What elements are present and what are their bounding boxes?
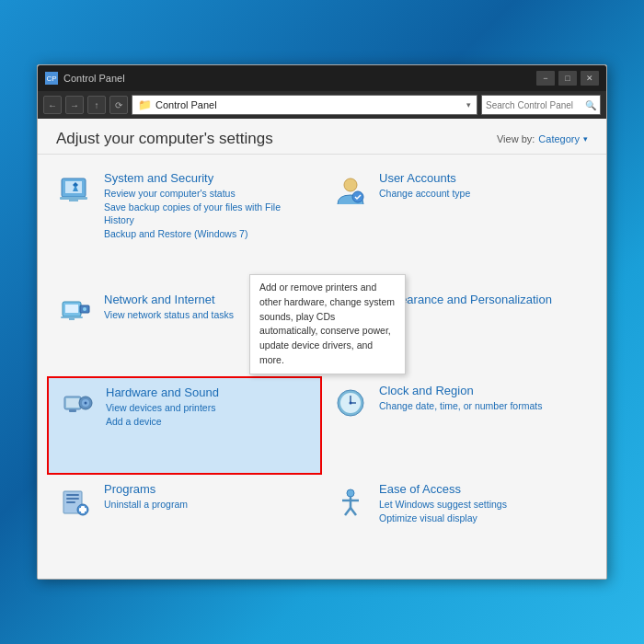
clock-region-icon [331, 384, 370, 422]
view-by-value[interactable]: Category [538, 133, 580, 144]
user-accounts-sub-link-0[interactable]: Change account type [379, 187, 588, 201]
tooltip-text: Add or remove printers and other hardwar… [259, 282, 395, 365]
search-box[interactable]: 🔍 [481, 95, 601, 115]
category-hardware-sound: Hardware and Sound View devices and prin… [47, 376, 322, 475]
hardware-sound-sub-link-0[interactable]: View devices and printers [106, 401, 311, 415]
programs-link[interactable]: Programs [104, 482, 313, 496]
search-icon: 🔍 [585, 100, 596, 110]
svg-point-27 [350, 402, 352, 405]
content-header: Adjust your computer's settings View by:… [38, 119, 606, 155]
programs-sub-link-0[interactable]: Uninstall a program [104, 498, 313, 512]
system-security-link[interactable]: System and Security [104, 171, 313, 185]
svg-rect-2 [60, 197, 87, 200]
title-bar: CP Control Panel − □ ✕ [38, 65, 606, 91]
system-security-sub-link-2[interactable]: Backup and Restore (Windows 7) [104, 227, 313, 241]
clock-region-text: Clock and Region Change date, time, or n… [379, 384, 588, 413]
svg-point-11 [83, 307, 86, 311]
category-ease-of-access: Ease of Access Let Windows suggest setti… [322, 475, 597, 569]
appearance-link[interactable]: Appearance and Personalization [379, 293, 588, 306]
svg-point-4 [344, 178, 357, 191]
category-clock-region: Clock and Region Change date, time, or n… [322, 376, 597, 475]
close-button[interactable]: ✕ [581, 71, 599, 86]
svg-rect-1 [65, 181, 82, 193]
appearance-text: Appearance and Personalization [379, 293, 588, 308]
network-internet-icon [56, 293, 95, 331]
svg-line-39 [351, 508, 356, 515]
svg-line-38 [345, 508, 351, 515]
svg-rect-30 [66, 498, 79, 500]
address-text: Control Panel [155, 99, 217, 110]
svg-rect-8 [61, 316, 83, 318]
svg-rect-31 [66, 501, 75, 503]
hardware-sound-sub-link-1[interactable]: Add a device [106, 415, 311, 429]
user-accounts-icon [331, 171, 370, 210]
up-button[interactable]: ↑ [87, 96, 106, 114]
ease-of-access-sub-link-1[interactable]: Optimize visual display [379, 512, 588, 525]
back-button[interactable]: ← [43, 96, 62, 114]
category-programs: Programs Uninstall a program [47, 475, 322, 569]
programs-icon [56, 482, 95, 521]
view-by-arrow[interactable]: ▾ [583, 134, 588, 144]
svg-point-21 [85, 402, 87, 405]
svg-rect-18 [66, 398, 79, 408]
ease-of-access-icon [331, 482, 370, 521]
window-title: Control Panel [63, 73, 536, 84]
forward-button[interactable]: → [65, 96, 84, 114]
refresh-button[interactable]: ⟳ [109, 96, 128, 114]
maximize-button[interactable]: □ [558, 71, 577, 86]
hardware-sound-sub: View devices and printers Add a device [106, 401, 311, 428]
window-icon-text: CP [46, 75, 56, 83]
ease-of-access-sub: Let Windows suggest settings Optimize vi… [379, 498, 588, 524]
svg-rect-9 [69, 318, 75, 320]
svg-rect-34 [79, 508, 86, 512]
window-controls: − □ ✕ [536, 71, 599, 86]
view-by-label: View by: [497, 133, 535, 144]
hardware-sound-link[interactable]: Hardware and Sound [106, 385, 311, 399]
content-area: Adjust your computer's settings View by:… [38, 119, 606, 579]
view-by: View by: Category ▾ [497, 133, 588, 144]
category-system-security: System and Security Review your computer… [47, 164, 322, 285]
hardware-sound-icon [58, 385, 97, 424]
svg-rect-29 [66, 494, 79, 496]
search-input[interactable] [486, 100, 585, 110]
svg-point-35 [347, 489, 354, 497]
control-panel-window: CP Control Panel − □ ✕ ← → ↑ ⟳ 📁 Control… [37, 64, 607, 580]
system-security-sub-link-1[interactable]: Save backup copies of your files with Fi… [104, 201, 313, 227]
ease-of-access-text: Ease of Access Let Windows suggest setti… [379, 482, 588, 524]
programs-text: Programs Uninstall a program [104, 482, 313, 512]
clock-region-sub: Change date, time, or number formats [379, 399, 588, 413]
ease-of-access-link[interactable]: Ease of Access [379, 482, 588, 496]
clock-region-sub-link-0[interactable]: Change date, time, or number formats [379, 399, 588, 413]
system-security-icon [56, 171, 95, 210]
ease-of-access-sub-link-0[interactable]: Let Windows suggest settings [379, 498, 588, 512]
window-icon: CP [45, 72, 58, 85]
user-accounts-text: User Accounts Change account type [379, 171, 588, 201]
page-title: Adjust your computer's settings [56, 130, 273, 148]
svg-rect-3 [69, 200, 78, 201]
svg-rect-22 [69, 409, 76, 412]
programs-sub: Uninstall a program [104, 498, 313, 512]
address-input[interactable]: 📁 Control Panel ▾ [132, 95, 477, 115]
address-bar: ← → ↑ ⟳ 📁 Control Panel ▾ 🔍 [38, 91, 606, 119]
system-security-sub-link-0[interactable]: Review your computer's status [104, 187, 313, 201]
system-security-text: System and Security Review your computer… [104, 171, 313, 241]
minimize-button[interactable]: − [536, 71, 555, 86]
user-accounts-sub: Change account type [379, 187, 588, 201]
hardware-sound-tooltip: Add or remove printers and other hardwar… [249, 274, 406, 374]
folder-icon: 📁 [138, 98, 152, 111]
system-security-sub: Review your computer's status Save backu… [104, 187, 313, 241]
svg-rect-7 [65, 305, 78, 313]
hardware-sound-text: Hardware and Sound View devices and prin… [106, 385, 311, 428]
categories-grid: System and Security Review your computer… [38, 155, 606, 579]
user-accounts-link[interactable]: User Accounts [379, 171, 588, 185]
category-user-accounts: User Accounts Change account type [322, 164, 597, 285]
clock-region-link[interactable]: Clock and Region [379, 384, 588, 397]
dropdown-chevron: ▾ [466, 100, 471, 109]
